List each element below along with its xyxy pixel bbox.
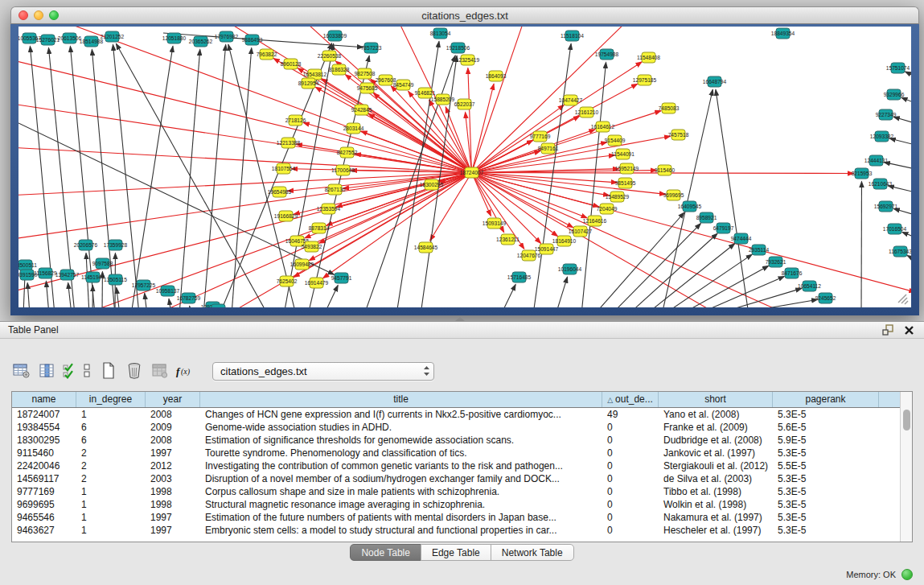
graph-node[interactable]: 7457518 bbox=[668, 130, 689, 140]
graph-node[interactable]: 9475685 bbox=[357, 83, 378, 93]
graph-node[interactable]: 11548408 bbox=[637, 52, 660, 63]
graph-node[interactable]: 12325419 bbox=[456, 55, 480, 65]
graph-node[interactable]: 12353594 bbox=[317, 204, 341, 214]
graph-node[interactable]: 17976982 bbox=[215, 31, 239, 42]
graph-node[interactable]: 2718126 bbox=[285, 115, 306, 126]
column-header-title[interactable]: title bbox=[200, 392, 602, 407]
graph-node[interactable]: 20613506 bbox=[58, 33, 82, 43]
function-builder-icon[interactable]: f (x) bbox=[175, 360, 196, 381]
table-row[interactable]: 911546021997Tourette syndrome. Phenomeno… bbox=[12, 447, 912, 459]
graph-node[interactable]: 10654112 bbox=[798, 281, 821, 291]
network-canvas[interactable]: 1872400718300295222605381654381281863289… bbox=[18, 27, 911, 307]
new-table-icon[interactable] bbox=[98, 360, 119, 381]
memory-status-icon[interactable] bbox=[901, 569, 913, 580]
graph-node[interactable]: 16409545 bbox=[678, 201, 702, 212]
table-source-dropdown[interactable]: citations_edges.txt bbox=[212, 362, 434, 381]
graph-node[interactable]: 2935114 bbox=[749, 245, 770, 255]
tab-node-table[interactable]: Node Table bbox=[350, 544, 421, 561]
graph-node[interactable]: 9115460 bbox=[655, 165, 676, 175]
graph-node[interactable]: 19166829 bbox=[274, 211, 298, 221]
graph-node[interactable]: 18164910 bbox=[552, 236, 577, 246]
table-row[interactable]: 1456911722003Disruption of a novel membe… bbox=[12, 472, 912, 485]
canvas-resize-grip[interactable] bbox=[898, 295, 908, 304]
graph-node[interactable]: 18107554 bbox=[272, 163, 296, 174]
graph-node[interactable]: 8960128 bbox=[281, 59, 302, 69]
table-scrollbar[interactable] bbox=[900, 392, 912, 542]
float-panel-icon[interactable] bbox=[881, 323, 895, 336]
graph-node[interactable]: 11700648 bbox=[331, 165, 355, 175]
show-columns-icon[interactable] bbox=[37, 360, 58, 381]
graph-node[interactable]: 8878314 bbox=[309, 223, 330, 233]
graph-node[interactable]: 15952149 bbox=[615, 163, 639, 174]
graph-node[interactable]: 15716485 bbox=[507, 272, 532, 282]
close-panel-icon[interactable] bbox=[901, 323, 916, 336]
graph-node[interactable]: 8813054 bbox=[430, 28, 451, 39]
graph-node[interactable]: 8454749 bbox=[393, 80, 414, 90]
graph-node[interactable]: 7857223 bbox=[361, 43, 382, 53]
graph-node[interactable]: 7485083 bbox=[659, 103, 680, 113]
table-row[interactable]: 946554611997Estimation of the future num… bbox=[12, 511, 912, 524]
graph-node[interactable]: 16033809 bbox=[323, 31, 347, 41]
graph-node[interactable]: 8471676 bbox=[782, 268, 803, 278]
network-window-titlebar[interactable]: citations_edges.txt bbox=[10, 6, 919, 24]
graph-node[interactable]: 6522037 bbox=[454, 99, 475, 109]
graph-node[interactable]: 6479197 bbox=[713, 223, 734, 233]
graph-node[interactable]: 16164612 bbox=[591, 122, 615, 132]
table-row[interactable]: 1938455462009Genome-wide association stu… bbox=[12, 421, 912, 434]
graph-node[interactable]: 12444131 bbox=[864, 155, 889, 166]
graph-node[interactable]: 11675343 bbox=[889, 246, 911, 257]
delete-table-icon[interactable] bbox=[124, 360, 145, 381]
graph-node[interactable]: 22260538 bbox=[318, 51, 342, 61]
graph-node[interactable]: 21201252 bbox=[101, 31, 125, 42]
graph-node[interactable]: 12093382 bbox=[870, 131, 894, 142]
graph-node[interactable]: 16648794 bbox=[703, 76, 727, 87]
graph-node[interactable]: 16210643 bbox=[869, 179, 893, 189]
tab-network-table[interactable]: Network Table bbox=[491, 544, 574, 561]
graph-node[interactable]: 9245652 bbox=[815, 293, 836, 303]
column-header-out_degree[interactable]: △out_de... bbox=[602, 392, 659, 407]
graph-node[interactable]: 8427552 bbox=[337, 147, 358, 158]
panel-resize-grip[interactable] bbox=[455, 317, 465, 321]
graph-node[interactable]: 16099489 bbox=[290, 259, 314, 270]
column-header-name[interactable]: name bbox=[12, 392, 76, 407]
graph-node[interactable]: 5493822 bbox=[302, 241, 322, 252]
graph-node[interactable]: 15692971 bbox=[874, 201, 898, 212]
graph-node[interactable]: 14584645 bbox=[414, 242, 438, 253]
graph-node[interactable]: 16107427 bbox=[569, 226, 593, 237]
graph-node[interactable]: 9886493 bbox=[242, 35, 263, 45]
table-settings-icon[interactable] bbox=[11, 360, 32, 381]
graph-node[interactable]: 20365262 bbox=[189, 36, 213, 47]
graph-node[interactable]: 9097588 bbox=[92, 258, 113, 269]
graph-node[interactable]: 9699695 bbox=[663, 190, 684, 200]
graph-node[interactable]: 15093149 bbox=[483, 218, 507, 229]
graph-node[interactable]: 19218506 bbox=[446, 43, 470, 53]
graph-node[interactable]: 7204049 bbox=[597, 204, 618, 214]
graph-node[interactable]: 9329966 bbox=[884, 89, 905, 100]
graph-node[interactable]: 11156829 bbox=[34, 268, 57, 278]
graph-node[interactable]: 12047676 bbox=[517, 250, 541, 261]
graph-node[interactable]: 9227349 bbox=[876, 109, 897, 120]
graph-node[interactable]: 15276021 bbox=[36, 35, 60, 45]
graph-node[interactable]: 20206576 bbox=[74, 240, 98, 250]
graph-node[interactable]: 10196044 bbox=[558, 264, 582, 274]
graph-node[interactable]: 9154409 bbox=[605, 135, 626, 146]
graph-node[interactable]: 16914479 bbox=[305, 278, 329, 288]
graph-node[interactable]: 9827508 bbox=[355, 68, 376, 79]
column-header-short[interactable]: short bbox=[659, 392, 773, 407]
table-row[interactable]: 1872400712008Changes of HCN gene express… bbox=[12, 408, 912, 421]
graph-node[interactable]: 19754988 bbox=[595, 49, 619, 60]
table-row[interactable]: 969969511998Structural magnetic resonanc… bbox=[12, 498, 912, 511]
graph-node[interactable]: 17359928 bbox=[104, 240, 128, 250]
graph-node[interactable]: 8215953 bbox=[852, 168, 873, 179]
column-header-year[interactable]: year bbox=[146, 392, 200, 407]
graph-node[interactable]: 12051880 bbox=[162, 33, 187, 43]
graph-node[interactable]: 9851495 bbox=[615, 178, 636, 188]
tab-edge-table[interactable]: Edge Table bbox=[421, 544, 491, 561]
table-row[interactable]: 946362711997Embryonic stem cells: a mode… bbox=[12, 524, 912, 537]
column-header-pagerank[interactable]: pagerank bbox=[773, 392, 879, 407]
graph-node[interactable]: 15489529 bbox=[606, 192, 630, 202]
select-all-icon[interactable] bbox=[63, 360, 76, 381]
column-header-in_degree[interactable]: in_degree bbox=[76, 392, 146, 407]
graph-node[interactable]: 11451944 bbox=[81, 272, 105, 282]
graph-node[interactable]: 8958921 bbox=[696, 212, 717, 223]
